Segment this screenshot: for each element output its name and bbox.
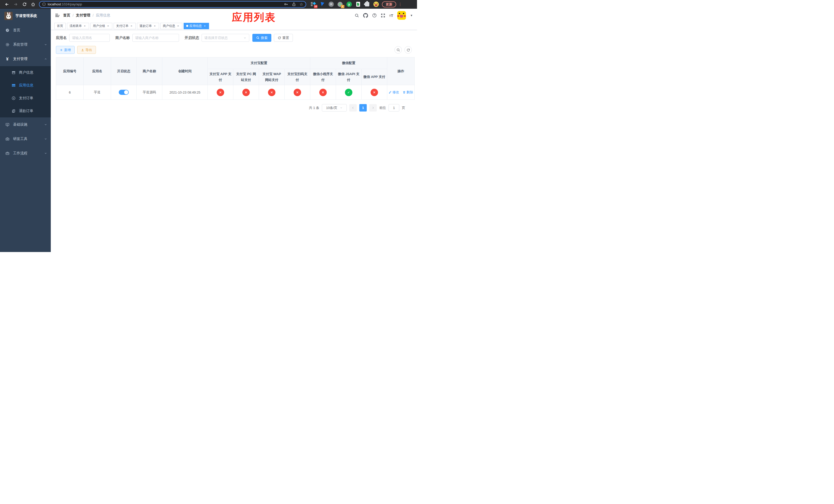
font-size-icon[interactable]: TT (389, 14, 393, 18)
sidebar-item-label: 支付管理 (13, 56, 27, 61)
app-title: 芋道管理系统 (15, 14, 37, 18)
fullscreen-icon[interactable] (381, 13, 385, 18)
close-icon[interactable]: × (203, 24, 206, 27)
cell-app-name: 芋道 (84, 85, 111, 100)
extension-icon-1[interactable]: 10 (310, 2, 316, 7)
tab-refund-order[interactable]: 退款订单× (137, 23, 159, 29)
extension-icon-2[interactable] (319, 2, 325, 7)
sidebar-item-system[interactable]: 系统管理 (0, 38, 51, 52)
sidebar-item-label: 研发工具 (13, 137, 27, 141)
avatar[interactable] (397, 11, 406, 20)
sidebar-item-dev-tools[interactable]: 研发工具 (0, 132, 51, 146)
breadcrumb-home[interactable]: 首页 (63, 13, 70, 18)
reset-button[interactable]: 重置 (274, 34, 293, 42)
site-info-icon[interactable] (42, 2, 46, 6)
svg-text:¥: ¥ (13, 97, 14, 99)
tab-process-form[interactable]: 流程表单× (67, 23, 89, 29)
status-x-icon: ✕ (217, 89, 224, 96)
close-icon[interactable]: × (106, 24, 110, 27)
merchant-name-input[interactable] (132, 34, 179, 42)
status-x-icon: ✕ (371, 89, 378, 96)
edit-link[interactable]: 修改 (389, 90, 399, 95)
total-count: 共 1 条 (309, 106, 319, 110)
refresh-table-icon[interactable] (404, 46, 412, 53)
sidebar-item-label: 商户信息 (19, 70, 33, 75)
navbar-actions: TT ▼ (355, 11, 413, 20)
sidebar-item-home[interactable]: 首页 (0, 23, 51, 38)
status-label: 开启状态 (185, 36, 199, 40)
sidebar-item-pay-order[interactable]: ¥ 支付订单 (0, 92, 51, 105)
browser-forward-icon[interactable] (11, 1, 20, 8)
sidebar-fold-icon[interactable] (55, 13, 60, 18)
tab-pay-order[interactable]: 支付订单× (114, 23, 136, 29)
page-annotation: 应用列表 (232, 10, 276, 24)
extension-icon-4[interactable]: 1 (337, 2, 343, 7)
col-wechat-mini: 微信小程序支付 (310, 69, 336, 85)
sidebar-item-app-info[interactable]: 应用信息 (0, 79, 51, 92)
merchant-name-label: 商户名称 (115, 36, 130, 40)
sidebar-item-merchant-info[interactable]: 商户信息 (0, 66, 51, 79)
browser-home-icon[interactable] (29, 1, 38, 8)
extension-icon-7[interactable] (364, 2, 370, 7)
extension-icon-3[interactable]: ⌘ (328, 2, 334, 7)
documents-icon (11, 109, 16, 113)
help-icon[interactable] (372, 13, 377, 18)
browser-menu-icon[interactable]: ⋮ (398, 2, 402, 7)
next-page-button[interactable] (369, 104, 377, 112)
sidebar-item-label: 工作流程 (13, 151, 27, 156)
tab-app-info[interactable]: 应用信息× (184, 23, 209, 29)
status-select[interactable]: 请选择开启状态 (202, 34, 249, 42)
tab-home[interactable]: 首页 (54, 23, 66, 29)
add-button[interactable]: 新增 (56, 46, 74, 54)
chrome-update-button[interactable]: 更新 (382, 1, 396, 7)
app-table: 应用编号 应用名 开启状态 商户名称 创建时间 支付宝配置 微信配置 操作 支付… (56, 57, 415, 100)
export-button[interactable]: 导出 (77, 46, 96, 54)
sidebar-item-payment[interactable]: ¥ 支付管理 (0, 52, 51, 66)
goto-page-input[interactable] (389, 104, 399, 112)
tab-user-group[interactable]: 用户分组× (90, 23, 112, 29)
breadcrumb-payment[interactable]: 支付管理 (76, 13, 90, 18)
close-icon[interactable]: × (153, 24, 156, 27)
breadcrumb-current: 应用信息 (96, 13, 110, 18)
url-text[interactable]: localhost:1024/pay/app (48, 2, 82, 6)
cell-app-id: 6 (56, 85, 84, 100)
close-icon[interactable]: × (130, 24, 133, 27)
extension-icon-5[interactable]: y (346, 2, 352, 7)
sidebar-item-workflow[interactable]: 工作流程 (0, 146, 51, 160)
sidebar-item-infrastructure[interactable]: 基础设施 (0, 117, 51, 132)
sidebar-item-refund-order[interactable]: 退款订单 (0, 105, 51, 117)
sidebar-item-label: 支付订单 (19, 96, 33, 100)
close-icon[interactable]: × (83, 24, 86, 27)
page-number-button[interactable]: 1 (359, 104, 367, 112)
search-button[interactable]: 搜索 (253, 34, 271, 42)
close-icon[interactable]: × (176, 24, 180, 27)
gear-icon (5, 43, 9, 47)
col-created: 创建时间 (162, 58, 208, 85)
sidebar-item-label: 退款订单 (19, 109, 33, 113)
browser-back-icon[interactable] (3, 1, 11, 8)
enable-toggle[interactable] (119, 90, 129, 95)
prev-page-button[interactable] (349, 104, 357, 112)
page-size-select[interactable]: 10条/页 (322, 104, 347, 112)
app-logo[interactable]: 芋道管理系统 (0, 9, 51, 23)
delete-link[interactable]: 删除 (403, 90, 413, 95)
github-icon[interactable] (363, 13, 368, 18)
search-icon[interactable] (355, 13, 359, 18)
sidebar: 芋道管理系统 首页 系统管理 ¥ 支付管理 (0, 9, 51, 252)
col-alipay-pc: 支付宝 PC 网站支付 (233, 69, 259, 85)
breadcrumb-separator: / (72, 13, 73, 18)
toolbox-icon (5, 137, 9, 141)
tab-merchant-info[interactable]: 商户信息× (160, 23, 182, 29)
app-name-input[interactable] (69, 34, 110, 42)
avatar-caret-icon[interactable]: ▼ (410, 14, 413, 17)
browser-reload-icon[interactable] (20, 1, 29, 8)
password-key-icon[interactable] (284, 2, 288, 6)
address-bar[interactable]: localhost:1024/pay/app ☆ (39, 1, 306, 8)
toggle-search-icon[interactable] (394, 46, 402, 53)
col-wechat-app: 微信 APP 支付 (361, 69, 387, 85)
extension-icon-8[interactable] (373, 2, 379, 7)
bookmark-star-icon[interactable]: ☆ (300, 2, 303, 6)
share-icon[interactable] (292, 2, 296, 6)
shop-icon (11, 70, 16, 75)
extension-icon-6[interactable] (355, 2, 361, 7)
